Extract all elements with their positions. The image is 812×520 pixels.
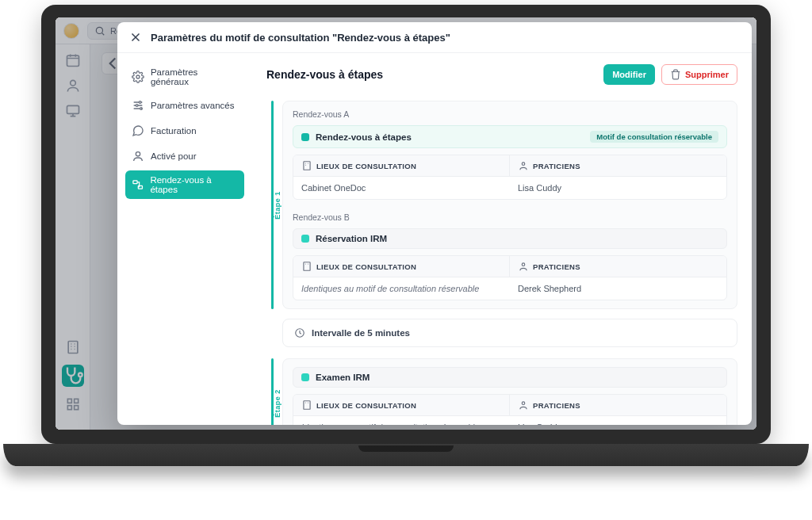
close-icon[interactable] bbox=[128, 30, 143, 44]
delete-button-label: Supprimer bbox=[685, 70, 729, 79]
sidebar-item-label: Paramètres généraux bbox=[151, 67, 238, 86]
etape-2: Étape 2 Examen IRM bbox=[266, 358, 737, 425]
delete-button[interactable]: Supprimer bbox=[661, 64, 737, 85]
col-lieux-header: LIEUX DE CONSULTATION bbox=[293, 155, 510, 177]
etape2-motif-row: Examen IRM bbox=[293, 367, 727, 388]
etape-1: Étape 1 Rendez-vous A Rendez-vous à étap… bbox=[266, 101, 737, 309]
interval-label: Intervalle de 5 minutes bbox=[312, 328, 410, 338]
rv-b-motif-row: Réservation IRM bbox=[293, 228, 727, 249]
sliders-icon bbox=[132, 99, 144, 112]
modify-button[interactable]: Modifier bbox=[603, 64, 655, 85]
user-icon bbox=[518, 400, 529, 411]
page-title: Rendez-vous à étapes bbox=[266, 68, 383, 81]
rv-a-lieu: Cabinet OneDoc bbox=[293, 177, 510, 199]
clock-icon bbox=[294, 327, 305, 338]
sidebar-item-steps[interactable]: Rendez-vous à étapes bbox=[125, 170, 244, 199]
rv-b-prat: Derek Shepherd bbox=[510, 277, 726, 300]
color-swatch-icon bbox=[301, 133, 309, 141]
svg-point-14 bbox=[136, 152, 140, 156]
sidebar-item-label: Rendez-vous à étapes bbox=[150, 175, 238, 194]
sidebar-item-label: Facturation bbox=[151, 126, 197, 136]
sidebar-item-billing[interactable]: Facturation bbox=[125, 120, 244, 142]
sidebar: Paramètres généraux Paramètres avancés F… bbox=[117, 53, 252, 425]
rv-a-sub: Rendez-vous A bbox=[293, 109, 727, 119]
user-icon bbox=[132, 150, 144, 162]
gear-icon bbox=[132, 71, 144, 83]
rv-a-motif-row: Rendez-vous à étapes Motif de consultati… bbox=[293, 125, 727, 148]
sidebar-item-general[interactable]: Paramètres généraux bbox=[125, 63, 244, 91]
svg-point-18 bbox=[522, 162, 525, 166]
svg-rect-17 bbox=[304, 162, 310, 170]
building-icon bbox=[301, 261, 312, 272]
etape2-prat: Lisa Cuddy bbox=[510, 416, 726, 425]
etape2-table: LIEUX DE CONSULTATION PRATICIENS Identiq… bbox=[293, 394, 727, 425]
col-prat-header: PRATICIENS bbox=[510, 155, 726, 177]
rv-b-lieu: Identiques au motif de consultation rése… bbox=[293, 277, 510, 300]
user-icon bbox=[518, 160, 529, 171]
user-icon bbox=[518, 261, 529, 272]
svg-rect-15 bbox=[133, 181, 137, 184]
sidebar-item-label: Activé pour bbox=[151, 151, 197, 161]
rv-b-table: LIEUX DE CONSULTATION PRATICIENS Identiq… bbox=[293, 255, 727, 300]
sidebar-item-label: Paramètres avancés bbox=[151, 101, 234, 110]
rv-a-table: LIEUX DE CONSULTATION PRATICIENS Cabinet… bbox=[293, 155, 727, 200]
etape-1-label: Étape 1 bbox=[274, 191, 282, 220]
modal-header: Paramètres du motif de consultation "Ren… bbox=[117, 22, 752, 53]
rv-a-motif-name: Rendez-vous à étapes bbox=[316, 132, 412, 142]
chat-icon bbox=[132, 124, 144, 137]
svg-point-10 bbox=[136, 75, 140, 78]
settings-modal: Paramètres du motif de consultation "Ren… bbox=[117, 22, 752, 425]
svg-point-20 bbox=[522, 263, 525, 266]
sidebar-item-activated-for[interactable]: Activé pour bbox=[125, 145, 244, 167]
color-swatch-icon bbox=[301, 373, 309, 381]
svg-rect-19 bbox=[304, 262, 310, 271]
trash-icon bbox=[670, 69, 681, 80]
color-swatch-icon bbox=[301, 235, 309, 243]
modal-title: Paramètres du motif de consultation "Ren… bbox=[151, 32, 450, 44]
rv-a-prat: Lisa Cuddy bbox=[510, 177, 726, 199]
rv-b-motif-name: Réservation IRM bbox=[316, 234, 387, 243]
svg-point-23 bbox=[522, 402, 525, 405]
interval-block: Intervalle de 5 minutes bbox=[282, 319, 737, 347]
building-icon bbox=[301, 400, 312, 411]
building-icon bbox=[301, 160, 312, 171]
main-content: Rendez-vous à étapes Modifier Supprimer bbox=[252, 53, 752, 425]
svg-point-12 bbox=[136, 105, 138, 107]
rv-a-badge: Motif de consultation réservable bbox=[590, 131, 718, 143]
etape2-motif-name: Examen IRM bbox=[316, 373, 370, 382]
etape-2-label: Étape 2 bbox=[274, 389, 282, 418]
sidebar-item-advanced[interactable]: Paramètres avancés bbox=[125, 94, 244, 117]
etape2-lieu: Identiques au motif de consultation rése… bbox=[293, 416, 510, 425]
rv-b-sub: Rendez-vous B bbox=[293, 212, 727, 222]
steps-icon bbox=[132, 178, 144, 191]
laptop-base bbox=[3, 444, 809, 466]
svg-point-11 bbox=[139, 101, 141, 104]
svg-rect-22 bbox=[304, 401, 310, 410]
